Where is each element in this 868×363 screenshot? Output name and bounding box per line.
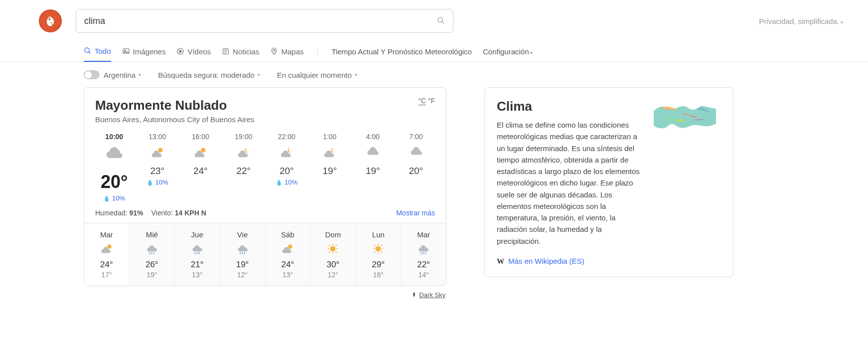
wikipedia-link[interactable]: WMás en Wikipedia (ES) (497, 257, 721, 266)
svg-line-19 (89, 52, 90, 53)
svg-point-16 (438, 17, 442, 22)
weather-icon (139, 145, 177, 162)
weather-card: Mayormente Nublado Buenos Aires, Autonom… (84, 87, 446, 286)
hourly-col[interactable]: 13:00 23° 💧 10% (139, 133, 177, 202)
day-name: Mié (130, 230, 174, 239)
hour-time: 19:00 (225, 133, 263, 141)
weather-icon (356, 242, 401, 257)
tab-external-weather[interactable]: Tiempo Actual Y Pronóstico Meteorológico (331, 41, 472, 62)
hourly-col[interactable]: 19:00 22° (225, 133, 263, 202)
hourly-col[interactable]: 10:00 20° 💧 10% (95, 133, 134, 202)
hour-temp: 20° (397, 166, 435, 177)
tab-label: Mapas (281, 47, 303, 56)
hour-time: 13:00 (139, 133, 177, 141)
region-toggle[interactable]: Argentina (84, 70, 141, 79)
day-high: 24° (266, 260, 310, 270)
weather-icon (311, 145, 349, 162)
day-name: Sáb (266, 230, 310, 239)
duckduckgo-logo[interactable] (39, 9, 62, 32)
weather-icon (95, 145, 134, 167)
unit-celsius[interactable]: °C (418, 97, 426, 105)
daily-col[interactable]: Mar 24° 17° (84, 223, 130, 286)
wikipedia-icon: W (497, 257, 504, 265)
day-high: 30° (310, 260, 355, 270)
svg-point-15 (49, 18, 50, 20)
day-high: 22° (401, 260, 446, 270)
weather-icon (266, 242, 310, 257)
settings-menu[interactable]: Configuración (483, 47, 533, 56)
hourly-col[interactable]: 7:00 20° (397, 133, 435, 202)
unit-fahrenheit[interactable]: °F (428, 97, 435, 105)
panel-description: El clima se define como las condiciones … (497, 119, 643, 247)
daily-col[interactable]: Mié 26° 19° (130, 223, 175, 286)
hourly-col[interactable]: 16:00 24° (181, 133, 220, 202)
search-bar[interactable] (76, 9, 453, 33)
hour-temp: 20° (95, 172, 134, 192)
hour-time: 22:00 (268, 133, 306, 141)
day-low: 13° (266, 271, 310, 279)
weather-icon (130, 242, 174, 257)
show-more-link[interactable]: Mostrar más (396, 209, 435, 217)
weather-icon (181, 145, 220, 162)
svg-line-17 (442, 21, 444, 23)
weather-icon (397, 145, 435, 162)
day-low: 12° (220, 271, 265, 279)
unit-switcher[interactable]: °C °F (418, 97, 435, 105)
weather-credit[interactable]: Dark Sky (84, 291, 446, 299)
day-high: 19° (220, 260, 265, 270)
day-name: Mar (401, 230, 446, 239)
hourly-col[interactable]: 1:00 19° (311, 133, 349, 202)
day-high: 29° (356, 260, 401, 270)
hour-temp: 23° (139, 166, 177, 177)
daily-col[interactable]: Lun 29° 16° (356, 223, 401, 286)
day-low: 12° (310, 271, 355, 279)
hour-time: 10:00 (95, 133, 134, 141)
search-icon[interactable] (437, 15, 445, 27)
daily-col[interactable]: Dom 30° 12° (310, 223, 356, 286)
search-input[interactable] (84, 16, 437, 26)
daily-col[interactable]: Vie 19° 12° (220, 223, 266, 286)
darksky-icon (411, 292, 417, 299)
weather-icon (175, 242, 220, 257)
daily-col[interactable]: Sáb 24° 13° (266, 223, 311, 286)
hour-temp: 20° (268, 166, 306, 177)
panel-title: Clima (497, 99, 643, 114)
tab-images[interactable]: Imágenes (122, 41, 166, 62)
toggle-icon[interactable] (84, 70, 100, 79)
hour-temp: 19° (354, 166, 392, 177)
hour-time: 4:00 (354, 133, 392, 141)
world-climate-map-icon (651, 99, 721, 134)
hour-precip: 💧 10% (268, 179, 306, 186)
safesearch-dropdown[interactable]: Búsqueda segura: moderado (158, 71, 260, 79)
day-name: Mar (84, 230, 129, 239)
hourly-col[interactable]: 4:00 19° (354, 133, 392, 202)
tab-maps[interactable]: Mapas (270, 41, 303, 62)
credit-link[interactable]: Dark Sky (419, 291, 445, 299)
tab-news[interactable]: Noticias (222, 41, 259, 62)
tab-all[interactable]: Todo (84, 41, 111, 62)
tab-label: Todo (95, 47, 111, 55)
day-name: Vie (220, 230, 265, 239)
daily-col[interactable]: Mar 22° 14° (401, 223, 446, 286)
hour-temp: 24° (181, 166, 220, 177)
tab-label: Imágenes (133, 47, 166, 56)
hour-time: 1:00 (311, 133, 349, 141)
hourly-col[interactable]: 22:00 20° 💧 10% (268, 133, 306, 202)
hour-temp: 22° (225, 166, 263, 177)
time-dropdown[interactable]: En cualquier momento (277, 71, 357, 79)
weather-icon (84, 242, 129, 257)
weather-icon (220, 242, 265, 257)
daily-col[interactable]: Jue 21° 13° (175, 223, 220, 286)
svg-point-18 (85, 48, 89, 52)
tab-videos[interactable]: Vídeos (176, 41, 211, 62)
day-high: 24° (84, 260, 129, 270)
weather-icon (268, 145, 306, 162)
hour-time: 7:00 (397, 133, 435, 141)
tagline-menu[interactable]: Privacidad, simplificada. (759, 17, 843, 25)
weather-condition: Mayormente Nublado (95, 98, 435, 113)
day-low: 19° (130, 271, 174, 279)
hour-temp: 19° (311, 166, 349, 177)
weather-icon (354, 145, 392, 162)
day-name: Jue (175, 230, 220, 239)
wind: Viento: 14 KPH N (151, 209, 206, 217)
